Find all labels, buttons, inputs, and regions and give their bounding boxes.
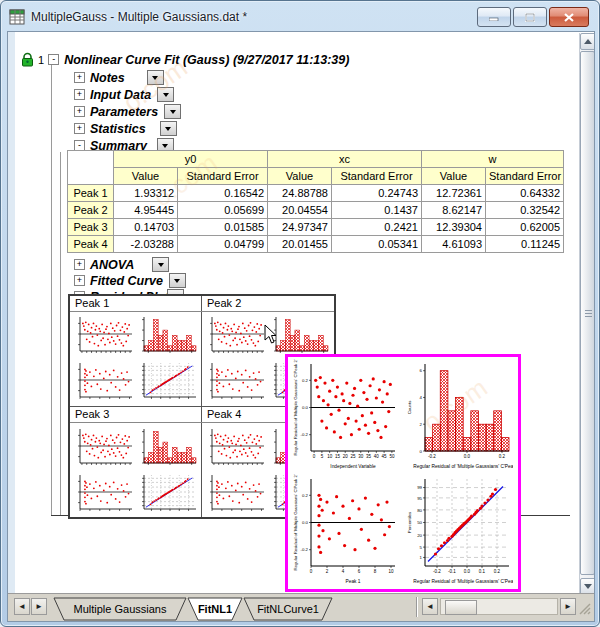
dropdown-button[interactable] <box>164 104 181 119</box>
svg-text:0.0: 0.0 <box>302 405 309 410</box>
grid-cell-label-peak3: Peak 3 <box>75 408 109 420</box>
scroll-up-button[interactable] <box>580 33 595 50</box>
table-row: Peak 3 0.14703 0.01585 24.97347 0.2421 1… <box>68 219 564 236</box>
row-header: Peak 4 <box>68 236 114 253</box>
tab-nav-right-button[interactable]: ► <box>31 598 47 615</box>
svg-text:45: 45 <box>382 454 388 459</box>
tab-nav-left-button[interactable]: ◄ <box>14 598 30 615</box>
report-title: Nonlinear Curve Fit (Gauss) (9/27/2017 1… <box>64 53 349 67</box>
svg-text:0: 0 <box>310 569 313 574</box>
grid-cell-label-peak2: Peak 2 <box>207 297 241 309</box>
cell: 4.95445 <box>114 202 178 219</box>
cell: 1.93312 <box>114 185 178 202</box>
dropdown-button[interactable] <box>160 121 177 136</box>
summary-table: y0 xc w Value Standard Error Value Stand… <box>67 150 564 253</box>
cell: 0.05699 <box>178 202 268 219</box>
subheader: Value <box>268 168 332 185</box>
item-label: Fitted Curve <box>90 274 163 288</box>
svg-text:6: 6 <box>358 569 361 574</box>
table-subheader-row: Value Standard Error Value Standard Erro… <box>68 168 564 185</box>
subheader: Value <box>422 168 486 185</box>
expand-box[interactable]: + <box>74 275 85 286</box>
tab-label-active[interactable]: FitNL1 <box>198 603 232 615</box>
expand-box[interactable]: + <box>74 72 85 83</box>
hscroll-thumb[interactable] <box>445 600 477 615</box>
sheet-tab-bar: ◄ ► Multiple Gaussians FitNL1 FitNLCurve… <box>8 593 594 622</box>
svg-text:15: 15 <box>335 454 341 459</box>
lock-icon <box>20 52 35 67</box>
arrow-up-icon <box>584 35 592 44</box>
cell: 20.01455 <box>268 236 332 253</box>
expand-box[interactable]: + <box>74 89 85 100</box>
worksheet-icon <box>9 9 25 25</box>
subheader: Value <box>114 168 178 185</box>
cell: 4.61093 <box>422 236 486 253</box>
expand-box[interactable]: + <box>74 259 85 270</box>
row-header: Peak 3 <box>68 219 114 236</box>
svg-text:99: 99 <box>417 485 422 490</box>
chart-residual-vs-independent: 051015202530354045500.20.0-0.2Independen… <box>291 359 399 475</box>
hscroll-right-button[interactable]: ► <box>560 598 576 615</box>
tree-item-anova: + ANOVA <box>74 257 169 272</box>
node-index: 1 <box>38 54 44 66</box>
scrollbar-thumb[interactable] <box>580 51 595 575</box>
cell: 0.24743 <box>332 185 422 202</box>
svg-text:Counts: Counts <box>407 401 412 415</box>
report-sheet-area: 1 - Nonlinear Curve Fit (Gauss) (9/27/20… <box>7 31 595 622</box>
mini-chart-residual-histogram <box>136 426 198 474</box>
svg-text:50: 50 <box>417 520 422 525</box>
svg-text:50: 50 <box>389 454 395 459</box>
svg-text:0.2: 0.2 <box>499 454 506 459</box>
svg-text:0.2: 0.2 <box>302 493 309 498</box>
expand-box[interactable]: + <box>74 123 85 134</box>
window-title: MultipleGauss - Multiple Gaussians.dat * <box>31 10 247 24</box>
svg-text:-0.2: -0.2 <box>301 547 309 552</box>
svg-text:Regular Residual of 'Multiple: Regular Residual of 'Multiple Gaussians'… <box>293 474 298 570</box>
svg-text:5: 5 <box>321 454 324 459</box>
svg-text:0.2: 0.2 <box>494 569 501 574</box>
svg-text:0.0: 0.0 <box>302 520 309 525</box>
item-label: Notes <box>90 71 125 85</box>
cell: 0.62005 <box>486 219 564 236</box>
expand-box[interactable]: + <box>74 106 85 117</box>
horizontal-scrollbar[interactable] <box>440 598 558 615</box>
tab-label[interactable]: FitNLCurve1 <box>257 603 319 615</box>
dropdown-button[interactable] <box>157 87 174 102</box>
separator <box>416 597 417 617</box>
svg-text:-0.2: -0.2 <box>301 432 309 437</box>
dropdown-button[interactable] <box>169 273 186 288</box>
restore-button[interactable] <box>513 7 547 27</box>
item-label: Parameters <box>90 105 158 119</box>
mini-chart-residual-fitted <box>72 472 134 520</box>
cell: -2.03288 <box>114 236 178 253</box>
svg-text:1: 1 <box>420 555 423 560</box>
sheet-tabs: Multiple Gaussians FitNL1 FitNLCurve1 <box>50 595 380 622</box>
subheader: Standard Error <box>178 168 268 185</box>
cell: 0.04799 <box>178 236 268 253</box>
root-collapse-box[interactable]: - <box>48 54 59 65</box>
mini-chart-residual-scatter <box>204 314 266 362</box>
svg-text:Independent Variable: Independent Variable <box>330 464 376 469</box>
cell: 0.14703 <box>114 219 178 236</box>
thumb-grip-icon <box>585 313 592 314</box>
dropdown-button[interactable] <box>147 70 164 85</box>
svg-text:Peak 1: Peak 1 <box>346 579 361 584</box>
svg-text:40: 40 <box>374 454 380 459</box>
thumb-grip-icon <box>585 310 592 311</box>
subheader: Standard Error <box>486 168 564 185</box>
hscroll-left-button[interactable]: ◄ <box>422 598 438 615</box>
svg-text:4: 4 <box>342 569 345 574</box>
vertical-scrollbar[interactable] <box>579 33 595 621</box>
cell: 0.2421 <box>332 219 422 236</box>
svg-text:0: 0 <box>313 454 316 459</box>
table-group-header-row: y0 xc w <box>68 151 564 168</box>
svg-text:5: 5 <box>420 545 423 550</box>
close-button[interactable] <box>549 7 589 27</box>
tab-label[interactable]: Multiple Gaussians <box>74 603 167 615</box>
app-window: MultipleGauss - Multiple Gaussians.dat *… <box>0 0 600 627</box>
cell: 0.1437 <box>332 202 422 219</box>
dropdown-button[interactable] <box>152 257 169 272</box>
minimize-button[interactable] <box>477 7 511 27</box>
svg-text:20: 20 <box>343 454 349 459</box>
tree-item-parameters: + Parameters <box>74 104 181 119</box>
